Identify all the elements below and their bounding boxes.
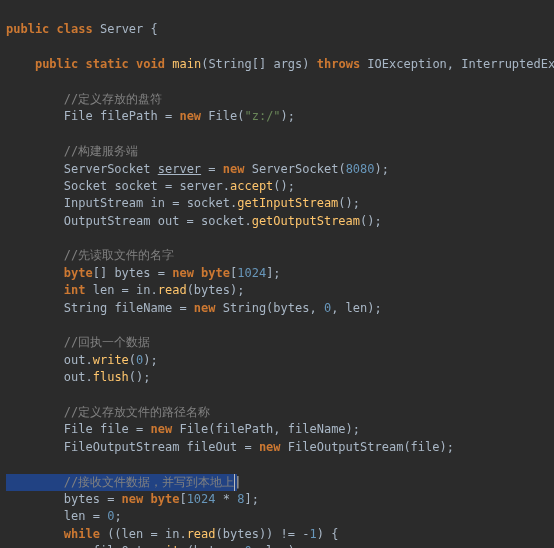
line: len = 0;: [6, 509, 122, 523]
line: //定义存放文件的路径名称: [6, 405, 210, 419]
line: //构建服务端: [6, 144, 138, 158]
line: int len = in.read(bytes);: [6, 283, 244, 297]
line: ServerSocket server = new ServerSocket(8…: [6, 162, 389, 176]
code-editor[interactable]: public class Server { public static void…: [0, 0, 554, 548]
line: FileOutputStream fileOut = new FileOutpu…: [6, 440, 454, 454]
line: public class Server {: [6, 22, 158, 36]
line: bytes = new byte[1024 * 8];: [6, 492, 259, 506]
line: out.write(0);: [6, 353, 158, 367]
cursor-icon: |: [234, 474, 235, 491]
line: InputStream in = socket.getInputStream()…: [6, 196, 360, 210]
line: File file = new File(filePath, fileName)…: [6, 422, 360, 436]
line: out.flush();: [6, 370, 151, 384]
line: OutputStream out = socket.getOutputStrea…: [6, 214, 382, 228]
line: String fileName = new String(bytes, 0, l…: [6, 301, 382, 315]
line: public static void main(String[] args) t…: [6, 57, 554, 71]
line: Socket socket = server.accept();: [6, 179, 295, 193]
line: fileOut.write(bytes, 0, len);: [6, 544, 302, 548]
line: //定义存放的盘符: [6, 92, 162, 106]
line: File filePath = new File("z:/");: [6, 109, 295, 123]
line: //先读取文件的名字: [6, 248, 174, 262]
line: byte[] bytes = new byte[1024];: [6, 266, 281, 280]
highlighted-line: //接收文件数据，并写到本地上|: [6, 474, 237, 491]
line: //回执一个数据: [6, 335, 150, 349]
line: while ((len = in.read(bytes)) != -1) {: [6, 527, 338, 541]
